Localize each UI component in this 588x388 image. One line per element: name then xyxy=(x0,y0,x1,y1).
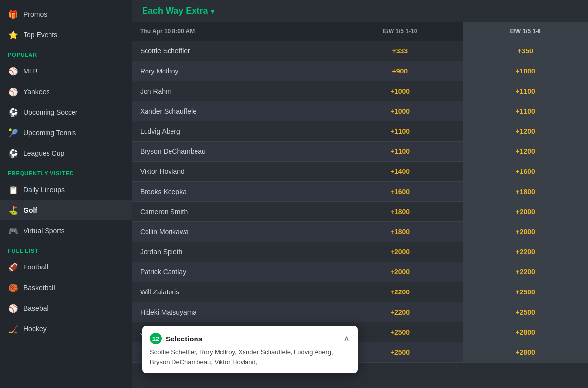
sidebar-item-hockey[interactable]: 🏒 Hockey xyxy=(0,318,132,339)
sidebar-item-yankees[interactable]: ⚾ Yankees xyxy=(0,81,132,102)
popular-section-label: POPULAR xyxy=(0,45,132,61)
odds-col1[interactable]: +2200 xyxy=(338,302,463,322)
sidebar-item-upcoming-soccer[interactable]: ⚽ Upcoming Soccer xyxy=(0,102,132,122)
sidebar-item-baseball[interactable]: ⚾ Baseball xyxy=(0,298,132,318)
odds-col1[interactable]: +900 xyxy=(338,61,463,81)
header-col1: E/W 1/5 1-10 xyxy=(338,22,463,41)
page-title: Each Way Extra xyxy=(142,6,208,16)
odds-value: +1100 xyxy=(391,127,410,135)
odds-col2[interactable]: +2500 xyxy=(463,282,588,302)
sidebar-item-label: Yankees xyxy=(24,88,49,96)
chevron-down-icon[interactable]: ▾ xyxy=(211,7,214,15)
odds-col1[interactable]: +1000 xyxy=(338,81,463,101)
full-list-label: FULL LIST xyxy=(0,241,132,257)
player-name: Ludvig Aberg xyxy=(132,121,338,142)
odds-col2[interactable]: +1000 xyxy=(463,61,588,81)
odds-col2[interactable]: +2000 xyxy=(463,202,588,222)
odds-value: +900 xyxy=(392,67,408,75)
sidebar-item-football[interactable]: 🏈 Football xyxy=(0,257,132,277)
player-name: Patrick Cantlay xyxy=(132,262,338,282)
odds-col1[interactable]: +1100 xyxy=(338,121,463,142)
odds-value: +2200 xyxy=(515,268,535,276)
odds-col1[interactable]: +1000 xyxy=(338,101,463,121)
odds-col2[interactable]: +1200 xyxy=(463,142,588,162)
odds-col2[interactable]: +2800 xyxy=(463,322,588,342)
sidebar-item-upcoming-tennis[interactable]: 🎾 Upcoming Tennis xyxy=(0,122,132,143)
odds-col2[interactable]: +1100 xyxy=(463,101,588,121)
player-name: Viktor Hovland xyxy=(132,162,338,182)
odds-value: +333 xyxy=(392,47,408,55)
close-icon[interactable]: ∧ xyxy=(343,334,350,343)
odds-value: +1800 xyxy=(391,228,410,236)
sidebar-item-label: Upcoming Tennis xyxy=(24,129,76,137)
table-row: Collin Morikawa+1800+2000 xyxy=(132,222,588,242)
odds-col1[interactable]: +1800 xyxy=(338,222,463,242)
selections-label: Selections xyxy=(166,335,202,343)
odds-col2[interactable]: +2500 xyxy=(463,302,588,322)
odds-col2[interactable]: +1200 xyxy=(463,121,588,142)
odds-value: +1000 xyxy=(515,67,535,75)
odds-col1[interactable]: +1100 xyxy=(338,142,463,162)
player-name: Rory McIlroy xyxy=(132,61,338,81)
odds-value: +1100 xyxy=(515,87,535,95)
odds-value: +2800 xyxy=(515,348,535,356)
leagues-cup-icon: ⚽ xyxy=(8,148,19,159)
selections-popup: 12 Selections ∧ Scottie Scheffler, Rory … xyxy=(142,326,358,373)
sidebar-item-label: Football xyxy=(24,263,48,271)
sidebar-item-label: Top Events xyxy=(24,31,57,39)
sidebar-item-virtual-sports[interactable]: 🎮 Virtual Sports xyxy=(0,220,132,241)
odds-value: +2000 xyxy=(515,228,535,236)
odds-col1[interactable]: +2000 xyxy=(338,262,463,282)
sidebar-item-basketball[interactable]: 🏀 Basketball xyxy=(0,277,132,298)
selections-header: 12 Selections ∧ xyxy=(150,333,350,344)
table-row: Brooks Koepka+1600+1800 xyxy=(132,182,588,202)
odds-value: +1800 xyxy=(391,208,410,216)
odds-col2[interactable]: +2000 xyxy=(463,222,588,242)
soccer-icon: ⚽ xyxy=(8,107,19,118)
odds-col1[interactable]: +2000 xyxy=(338,242,463,262)
player-name: Hideki Matsuyama xyxy=(132,302,338,322)
basketball-icon: 🏀 xyxy=(8,282,19,293)
odds-value: +1100 xyxy=(515,107,535,115)
odds-col2[interactable]: +350 xyxy=(463,41,588,61)
sidebar-item-label: Leagues Cup xyxy=(24,149,64,157)
sidebar-item-golf[interactable]: ⛳ Golf xyxy=(0,200,132,220)
sidebar-item-mlb[interactable]: ⚾ MLB xyxy=(0,61,132,81)
table-row: Scottie Scheffler+333+350 xyxy=(132,41,588,61)
odds-col2[interactable]: +1800 xyxy=(463,182,588,202)
odds-col1[interactable]: +1400 xyxy=(338,162,463,182)
sidebar-item-leagues-cup[interactable]: ⚽ Leagues Cup xyxy=(0,143,132,164)
table-row: Bryson DeChambeau+1100+1200 xyxy=(132,142,588,162)
odds-col2[interactable]: +1600 xyxy=(463,162,588,182)
frequently-visited-label: FREQUENTLY VISITED xyxy=(0,164,132,179)
odds-value: +2500 xyxy=(515,308,535,316)
main-content: Each Way Extra ▾ Thu Apr 10 8:00 AM E/W … xyxy=(132,0,588,388)
odds-col2[interactable]: +2200 xyxy=(463,262,588,282)
mlb-icon: ⚾ xyxy=(8,66,19,76)
table-row: Cameron Smith+1800+2000 xyxy=(132,202,588,222)
selections-count: 12 Selections xyxy=(150,333,202,344)
odds-col2[interactable]: +1100 xyxy=(463,81,588,101)
sidebar-item-daily-lineups[interactable]: 📋 Daily Lineups xyxy=(0,179,132,200)
odds-col1[interactable]: +2200 xyxy=(338,282,463,302)
odds-value: +2200 xyxy=(515,248,535,256)
player-name: Cameron Smith xyxy=(132,202,338,222)
table-row: Hideki Matsuyama+2200+2500 xyxy=(132,302,588,322)
daily-lineups-icon: 📋 xyxy=(8,184,19,195)
table-header-row: Thu Apr 10 8:00 AM E/W 1/5 1-10 E/W 1/5 … xyxy=(132,22,588,41)
odds-col1[interactable]: +1800 xyxy=(338,202,463,222)
virtual-sports-icon: 🎮 xyxy=(8,225,19,236)
odds-value: +1600 xyxy=(391,188,410,195)
tennis-icon: 🎾 xyxy=(8,127,19,138)
odds-col1[interactable]: +1600 xyxy=(338,182,463,202)
sidebar-item-promos[interactable]: 🎁 Promos xyxy=(0,4,132,24)
baseball-icon: ⚾ xyxy=(8,303,19,314)
odds-value: +2000 xyxy=(515,208,535,216)
odds-col2[interactable]: +2200 xyxy=(463,242,588,262)
football-icon: 🏈 xyxy=(8,262,19,272)
odds-col1[interactable]: +333 xyxy=(338,41,463,61)
sidebar-item-label: Hockey xyxy=(24,325,47,333)
sidebar-item-top-events[interactable]: ⭐ Top Events xyxy=(0,24,132,45)
sidebar-item-label: Basketball xyxy=(24,284,55,291)
odds-col2[interactable]: +2800 xyxy=(463,342,588,363)
